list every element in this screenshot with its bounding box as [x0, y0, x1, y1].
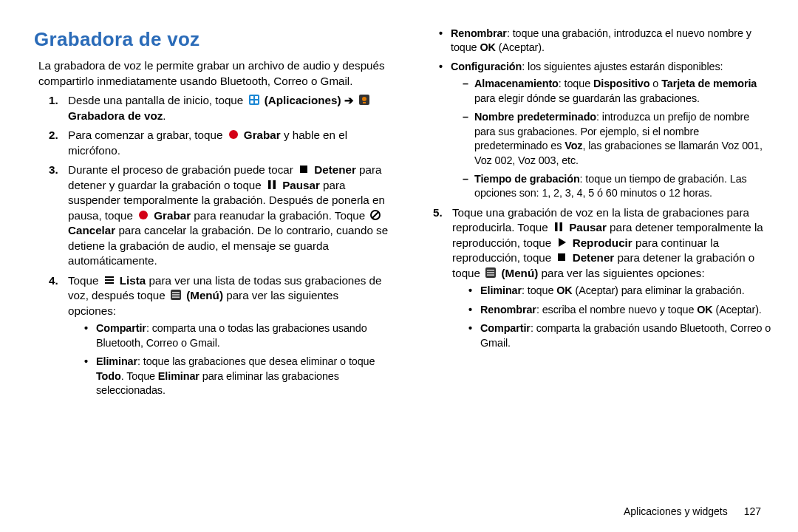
step1-apps: (Aplicaciones): [265, 94, 341, 106]
cancel-icon: [369, 209, 381, 221]
step3-detener: Detener: [314, 163, 356, 176]
menu-icon: [170, 289, 182, 301]
b5-compartir: Compartir: comparta la grabación usando …: [452, 321, 773, 350]
steps-list-right: Toque una grabación de voz en la lista d…: [423, 205, 773, 350]
step5-reproducir: Reproducir: [573, 236, 632, 249]
b5-elim-a: : toque: [522, 284, 556, 296]
b5-renombrar: Renombrar: escriba el nombre nuevo y toq…: [452, 303, 773, 317]
step-5: Toque una grabación de voz en la lista d…: [423, 205, 773, 350]
steps-list-left: Desde una pantalla de inicio, toque (Apl…: [38, 93, 389, 398]
step4-bullets: Compartir: comparta una o todas las grab…: [68, 321, 389, 398]
b5-ren-a: : escriba el nombre nuevo y toque: [536, 304, 697, 316]
dash-almacenamiento: Almacenamiento: toque Dispositivo o Tarj…: [434, 77, 773, 106]
step5-pausar: Pausar: [569, 221, 607, 233]
config-dashes: Almacenamiento: toque Dispositivo o Tarj…: [434, 77, 773, 201]
pause-icon: [266, 179, 278, 191]
step2-a: Para comenzar a grabar, toque: [68, 129, 226, 141]
b4-elim-a: : toque las grabaciones que desea elimin…: [137, 355, 375, 367]
dash-nombre: Nombre predeterminado: introduzca un pre…: [434, 110, 773, 168]
b4-elim-t: Eliminar: [96, 355, 137, 367]
b4-elim-el: Eliminar: [158, 370, 200, 382]
d-alm-b: para elegir dónde se guardarán las graba…: [474, 92, 700, 104]
page-footer: Aplicaciones y widgets 127: [624, 505, 761, 517]
d-nom-voz: Voz: [565, 140, 582, 151]
right-column: Renombrar: toque una grabación, introduz…: [423, 22, 773, 510]
bullet-renombrar: Renombrar: toque una grabación, introduz…: [423, 27, 773, 55]
step5-detener: Detener: [573, 251, 615, 264]
stop-icon: [298, 163, 310, 175]
footer-section: Aplicaciones y widgets: [624, 505, 728, 517]
b5-elim-ok: OK: [556, 284, 572, 296]
b5-ren-b: (Aceptar).: [713, 304, 762, 316]
step3-e: para cancelar la grabación. De lo contra…: [68, 224, 388, 267]
step1-dot: .: [163, 109, 166, 122]
dash-tiempo: Tiempo de grabación: toque un tiempo de …: [434, 172, 773, 201]
b4-conf-t: Configuración: [451, 61, 522, 72]
b4-elim-todo: Todo: [96, 370, 121, 382]
d-alm-t: Almacenamiento: [474, 78, 559, 89]
play-icon: [556, 236, 567, 248]
b4-conf: : los siguientes ajustes estarán disponi…: [522, 61, 723, 72]
bullet-compartir: Compartir: comparta una o todas las grab…: [68, 321, 389, 350]
b4-elim-b: . Toque: [121, 370, 158, 382]
stop-icon: [556, 251, 567, 263]
step5-bullets: Eliminar: toque OK (Aceptar) para elimin…: [452, 284, 773, 350]
b5-ren-t: Renombrar: [480, 304, 536, 316]
bullet-eliminar: Eliminar: toque las grabaciones que dese…: [68, 355, 389, 398]
record-icon: [137, 209, 149, 221]
step3-pausar: Pausar: [282, 179, 320, 191]
b5-elim-t: Eliminar: [480, 284, 522, 296]
list-icon: [103, 274, 115, 286]
apps-icon: [248, 94, 260, 106]
page-number: 127: [744, 505, 761, 517]
bullet-configuracion: Configuración: los siguientes ajustes es…: [423, 60, 773, 201]
d-alm-o: o: [649, 78, 661, 89]
step-3: Durante el proceso de grabación puede to…: [38, 163, 389, 269]
d-tmp-t: Tiempo de grabación: [474, 173, 580, 185]
menu-icon: [485, 267, 497, 279]
pause-icon: [553, 221, 565, 233]
b5-ren-ok: OK: [697, 304, 712, 316]
intro-paragraph: La grabadora de voz le permite grabar un…: [38, 58, 389, 89]
d-alm-a: : toque: [559, 78, 593, 89]
step3-grabar: Grabar: [154, 209, 191, 222]
record-icon: [228, 129, 239, 140]
d-alm-disp: Dispositivo: [593, 78, 649, 89]
step-1: Desde una pantalla de inicio, toque (Apl…: [38, 93, 389, 123]
step-4: Toque Lista para ver una lista de todas …: [38, 273, 389, 398]
manual-page: Grabadora de voz La grabadora de voz le …: [0, 0, 798, 532]
voice-recorder-icon: [358, 94, 370, 106]
left-column: Grabadora de voz La grabadora de voz le …: [38, 22, 389, 510]
b5-eliminar: Eliminar: toque OK (Aceptar) para elimin…: [452, 284, 773, 298]
step5-e: para ver las siguientes opciones:: [541, 267, 704, 279]
step5-menu: (Menú): [501, 267, 538, 279]
b5-elim-b: (Aceptar) para eliminar la grabación.: [573, 284, 745, 296]
step4-menu: (Menú): [186, 289, 223, 301]
section-heading: Grabadora de voz: [34, 27, 389, 52]
d-nom-t: Nombre predeterminado: [474, 111, 596, 123]
step3-a: Durante el proceso de grabación puede to…: [68, 163, 296, 176]
step4-list: Lista: [120, 274, 146, 287]
b5-share-t: Compartir: [480, 322, 531, 334]
arrow-icon: ➔: [344, 94, 357, 106]
step2-grabar: Grabar: [244, 129, 281, 141]
b4-share-t: Compartir: [96, 322, 146, 334]
step4-a: Toque: [68, 274, 102, 287]
b4-ren-ok: OK: [480, 41, 495, 53]
step1-gv: Grabadora de voz: [68, 109, 163, 122]
d-alm-tarj: Tarjeta de memoria: [661, 78, 757, 89]
b4-ren-b: (Aceptar).: [496, 41, 545, 53]
step4-bullets-cont: Renombrar: toque una grabación, introduz…: [423, 27, 773, 201]
step3-d: para reanudar la grabación. Toque: [194, 209, 368, 222]
step-2: Para comenzar a grabar, toque Grabar y h…: [38, 128, 389, 158]
step1-text-a: Desde una pantalla de inicio, toque: [68, 94, 247, 106]
b4-ren-t: Renombrar: [451, 27, 507, 39]
step3-cancel: Cancelar: [68, 224, 115, 236]
